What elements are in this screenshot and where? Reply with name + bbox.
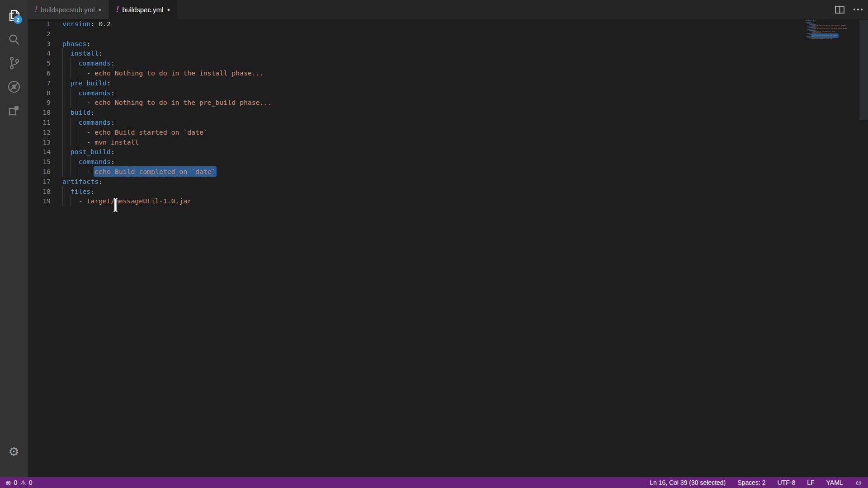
- problems-status[interactable]: ⊗ 0 ⚠ 0: [5, 479, 33, 486]
- git-branch-icon: [7, 56, 21, 70]
- code-area[interactable]: 1version: 0.223phases:4 install:5 comman…: [28, 19, 868, 206]
- debug-button[interactable]: [0, 75, 28, 99]
- status-bar: ⊗ 0 ⚠ 0 Ln 16, Col 39 (30 selected) Spac…: [0, 477, 868, 488]
- code-line[interactable]: 16 - echo Build completed on `date`: [28, 167, 868, 177]
- line-number: 16: [28, 167, 51, 177]
- line-number: 3: [28, 39, 51, 49]
- code-line[interactable]: 15 commands:: [28, 157, 868, 167]
- code-line[interactable]: 4 install:: [28, 48, 868, 58]
- extensions-button[interactable]: [0, 99, 28, 122]
- line-number: 17: [28, 177, 51, 187]
- explorer-button[interactable]: 2: [0, 5, 28, 28]
- code-line[interactable]: 9 - echo Nothing to do in the pre_build …: [28, 98, 868, 108]
- code-line[interactable]: 10 build:: [28, 108, 868, 117]
- code-token: :: [111, 89, 115, 97]
- line-number: 11: [28, 117, 51, 127]
- code-line[interactable]: 2: [28, 29, 868, 39]
- code-line[interactable]: 18 files:: [28, 187, 868, 197]
- code-token: :: [90, 20, 99, 28]
- status-right: Ln 16, Col 39 (30 selected) Spaces: 2 UT…: [650, 479, 863, 487]
- code-line[interactable]: 7 pre_build:: [28, 78, 868, 88]
- more-actions-icon[interactable]: [854, 9, 863, 10]
- indent-guide: [62, 147, 63, 157]
- encoding-status[interactable]: UTF-8: [778, 479, 796, 486]
- indent-guide: [62, 127, 63, 137]
- code-line[interactable]: 17artifacts:: [28, 177, 868, 187]
- code-token: -: [62, 197, 86, 205]
- line-number: 12: [28, 127, 51, 137]
- code-line[interactable]: 5 commands:: [28, 58, 868, 68]
- warning-count: 0: [29, 479, 33, 486]
- code-line[interactable]: 11 commands:: [28, 117, 868, 127]
- indent-guide: [71, 117, 71, 127]
- code-token: :: [99, 49, 103, 57]
- indent-guide: [62, 117, 63, 127]
- indent-guide: [62, 48, 63, 58]
- code-token: :: [86, 40, 90, 47]
- indent-guide: [71, 157, 71, 167]
- explorer-badge: 2: [14, 15, 22, 24]
- code-token: target/messageUtil-1.0.jar: [86, 197, 191, 205]
- code-line[interactable]: 13 - mvn install: [28, 137, 868, 147]
- editor-actions: [835, 0, 863, 19]
- code-line[interactable]: 19 - target/messageUtil-1.0.jar: [28, 196, 868, 206]
- code-token: echo Nothing to do in the install phase.…: [94, 69, 264, 77]
- indent-guide: [79, 68, 79, 78]
- code-token: :: [111, 118, 115, 126]
- indent-guide: [71, 68, 71, 78]
- code-token: commands: [79, 118, 111, 126]
- indent-guide: [62, 157, 63, 167]
- code-line[interactable]: 12 - echo Build started on `date`: [28, 127, 868, 137]
- line-number: 2: [28, 29, 51, 39]
- line-number: 9: [28, 98, 51, 108]
- warning-icon: ⚠: [20, 479, 26, 486]
- tab-buildspec[interactable]: ! buildspec.yml ●: [109, 0, 177, 19]
- indent-guide: [71, 196, 71, 206]
- tab-buildspecstub[interactable]: ! buildspecstub.yml ●: [28, 0, 109, 19]
- line-number: 6: [28, 68, 51, 78]
- indent-guide: [62, 187, 63, 197]
- indent-guide: [62, 137, 63, 147]
- search-button[interactable]: [0, 28, 28, 52]
- minimap[interactable]: version: 0.2phases: install: commands: -…: [806, 20, 859, 39]
- code-token: commands: [79, 59, 111, 67]
- indent-guide: [62, 58, 63, 68]
- code-line[interactable]: 8 commands:: [28, 88, 868, 98]
- error-icon: ⊗: [5, 479, 11, 486]
- gear-icon: ⚙: [8, 446, 19, 458]
- tab-label: buildspec.yml: [123, 6, 164, 14]
- source-control-button[interactable]: [0, 52, 28, 75]
- modified-dot-icon[interactable]: ●: [99, 7, 102, 12]
- code-token: :: [111, 59, 115, 67]
- code-line[interactable]: 3phases:: [28, 39, 868, 49]
- feedback-smiley-icon[interactable]: ☺: [855, 479, 863, 487]
- eol-status[interactable]: LF: [807, 479, 814, 486]
- code-token: commands: [79, 89, 111, 97]
- code-line[interactable]: 6 - echo Nothing to do in the install ph…: [28, 68, 868, 78]
- code-line[interactable]: 1version: 0.2: [28, 19, 868, 29]
- code-line[interactable]: 14 post_build:: [28, 147, 868, 157]
- split-editor-icon[interactable]: [835, 6, 844, 14]
- scrollbar[interactable]: [859, 20, 868, 120]
- indent-guide: [71, 127, 71, 137]
- indent-guide: [79, 137, 79, 147]
- line-number: 5: [28, 58, 51, 68]
- error-count: 0: [14, 479, 18, 486]
- settings-button[interactable]: ⚙: [0, 440, 28, 464]
- code-token: :: [111, 148, 115, 155]
- minimap-line: - target/messageUtil-1.0.jar: [806, 38, 859, 39]
- vscode-window: 2: [0, 0, 868, 488]
- line-number: 19: [28, 196, 51, 206]
- extensions-icon: [7, 103, 21, 117]
- indent-guide: [71, 167, 71, 177]
- code-token: mvn install: [94, 138, 139, 146]
- code-token: [62, 188, 71, 195]
- cursor-position-status[interactable]: Ln 16, Col 39 (30 selected): [650, 479, 726, 486]
- indentation-status[interactable]: Spaces: 2: [737, 479, 765, 486]
- line-number: 7: [28, 78, 51, 88]
- editor[interactable]: 1version: 0.223phases:4 install:5 comman…: [28, 19, 868, 477]
- language-mode-status[interactable]: YAML: [826, 479, 843, 486]
- code-token: :: [99, 178, 103, 185]
- modified-dot-icon[interactable]: ●: [167, 7, 170, 12]
- line-number: 4: [28, 48, 51, 58]
